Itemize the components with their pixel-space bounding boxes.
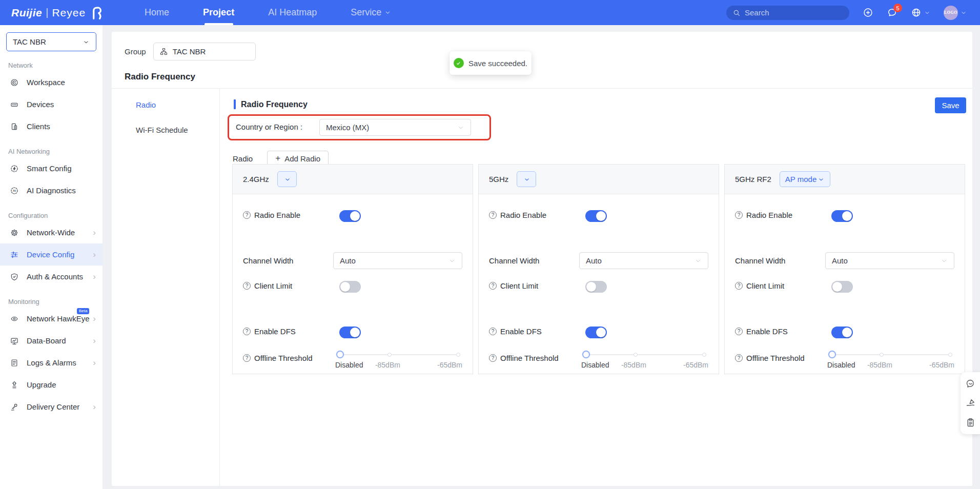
help-icon[interactable]: ? xyxy=(243,211,251,219)
nav-item-home[interactable]: Home xyxy=(145,0,169,25)
help-icon[interactable]: ? xyxy=(243,282,251,290)
sidebar-item-device-config[interactable]: Device Config › xyxy=(0,243,103,266)
radio-enable-toggle[interactable] xyxy=(339,210,361,222)
help-icon[interactable]: ? xyxy=(735,211,743,219)
group-label: Group xyxy=(125,47,146,56)
ap-mode-button[interactable] xyxy=(517,171,536,187)
enable-dfs-toggle[interactable] xyxy=(585,327,607,338)
sidebar-item-network-wide[interactable]: Network-Wide › xyxy=(0,221,103,243)
chevron-right-icon: › xyxy=(93,228,96,237)
chevron-down-icon xyxy=(448,257,456,264)
notification-badge: 5 xyxy=(893,4,902,12)
offline-threshold-slider[interactable] xyxy=(337,351,460,359)
feedback-pen-icon[interactable] xyxy=(965,398,976,409)
order-list-icon[interactable] xyxy=(965,417,976,428)
sidebar-item-logs-alarms[interactable]: Logs & Alarms › xyxy=(0,352,103,374)
sidebar-item-workspace[interactable]: Workspace xyxy=(0,71,103,93)
slider-marks: Disabled -85dBm -65dBm xyxy=(337,361,460,371)
country-highlight-box: Country or Region : Mexico (MX) xyxy=(228,114,491,140)
sidebar-item-smart-config[interactable]: Smart Config xyxy=(0,157,103,179)
sidebar-section: Upgrade Delivery Center › xyxy=(0,374,103,418)
sidebar-item-label: Data-Board xyxy=(27,336,66,345)
language-selector[interactable] xyxy=(911,7,930,18)
help-icon[interactable]: ? xyxy=(489,328,497,335)
slider-marks: Disabled -85dBm -65dBm xyxy=(829,361,952,371)
help-icon[interactable]: ? xyxy=(735,354,743,362)
enable-dfs-toggle[interactable] xyxy=(339,327,361,338)
section-accent-bar xyxy=(234,99,236,109)
enable-dfs-toggle[interactable] xyxy=(831,327,853,338)
radio-enable-toggle[interactable] xyxy=(831,210,853,222)
client-limit-toggle[interactable] xyxy=(831,281,853,293)
ap-mode-label: AP mode xyxy=(785,175,816,184)
avatar: LOGO xyxy=(944,6,958,20)
group-input[interactable]: TAC NBR xyxy=(153,43,256,60)
channel-width-select[interactable]: Auto xyxy=(579,252,708,269)
help-icon[interactable]: ? xyxy=(735,328,743,335)
sidebar-item-label: Upgrade xyxy=(27,380,56,389)
notifications-icon[interactable]: 5 xyxy=(887,7,897,18)
card-title: 2.4GHz xyxy=(243,175,269,184)
slider-marks: Disabled -85dBm -65dBm xyxy=(583,361,706,371)
help-icon[interactable]: ? xyxy=(735,282,743,290)
channel-width-select[interactable]: Auto xyxy=(333,252,462,269)
nav-item-service[interactable]: Service xyxy=(351,0,391,25)
sidebar-section: Network Workspace Devices Clients xyxy=(0,62,103,137)
client-limit-label: ?Client Limit xyxy=(489,281,538,290)
sidebar-section-label: Monitoring xyxy=(8,298,103,305)
sidebar-item-data-board[interactable]: Data-Board › xyxy=(0,330,103,352)
offline-threshold-slider[interactable] xyxy=(829,351,952,359)
help-icon[interactable]: ? xyxy=(243,328,251,335)
sidebar-item-network-hawkeye[interactable]: Network HawkEye ›Beta xyxy=(0,308,103,330)
radio-enable-toggle[interactable] xyxy=(585,210,607,222)
search-box[interactable] xyxy=(726,6,849,20)
help-icon[interactable]: ? xyxy=(243,354,251,362)
sidebar-section: Configuration Network-Wide › Device Conf… xyxy=(0,212,103,288)
svg-text:AI: AI xyxy=(13,189,16,192)
help-icon[interactable]: ? xyxy=(489,211,497,219)
channel-width-value: Auto xyxy=(340,256,356,265)
client-limit-toggle[interactable] xyxy=(585,281,607,293)
chat-smiley-icon[interactable] xyxy=(965,378,976,389)
add-project-icon[interactable] xyxy=(863,7,873,18)
card-header: 5GHz RF2 AP mode xyxy=(725,165,965,194)
offline-threshold-slider[interactable] xyxy=(583,351,706,359)
sidebar-menu: Network Workspace Devices Clients AI Net… xyxy=(0,62,103,418)
mark-65dbm: -65dBm xyxy=(437,361,462,369)
help-icon[interactable]: ? xyxy=(489,282,497,290)
account-menu[interactable]: LOGO xyxy=(944,6,967,20)
data-board-icon xyxy=(10,336,19,345)
success-check-icon xyxy=(454,58,464,68)
client-limit-toggle[interactable] xyxy=(339,281,361,293)
slider-handle[interactable] xyxy=(336,351,344,358)
nav-item-ai-heatmap[interactable]: AI Heatmap xyxy=(268,0,317,25)
beta-badge: Beta xyxy=(77,308,89,314)
sidebar-item-delivery-center[interactable]: Delivery Center › xyxy=(0,396,103,418)
chevron-down-icon xyxy=(284,176,291,183)
sidebar-item-upgrade[interactable]: Upgrade xyxy=(0,374,103,396)
nav-item-project[interactable]: Project xyxy=(203,0,234,25)
save-button[interactable]: Save xyxy=(935,97,966,113)
tab-wifi-schedule[interactable]: Wi-Fi Schedule xyxy=(112,109,219,134)
ap-mode-button[interactable] xyxy=(277,171,297,187)
sidebar-item-label: Device Config xyxy=(27,250,74,259)
group-selector-value: TAC NBR xyxy=(13,37,46,46)
ap-mode-button[interactable]: AP mode xyxy=(780,171,830,187)
radio-card-5ghz-rf2: 5GHz RF2 AP mode ?Radio Enable Channel W… xyxy=(724,164,965,374)
channel-width-label: Channel Width xyxy=(243,256,293,265)
slider-handle[interactable] xyxy=(828,351,836,358)
help-icon[interactable]: ? xyxy=(489,354,497,362)
radio-frequency-content: Radio Frequency Save Country or Region :… xyxy=(220,88,972,486)
group-row: Group TAC NBR xyxy=(125,43,256,60)
group-selector-dropdown[interactable]: TAC NBR xyxy=(6,32,96,51)
sidebar-item-auth-accounts[interactable]: Auth & Accounts › xyxy=(0,266,103,288)
country-select[interactable]: Mexico (MX) xyxy=(319,119,471,136)
slider-handle[interactable] xyxy=(582,351,590,358)
sidebar-item-ai-diagnostics[interactable]: AI AI Diagnostics xyxy=(0,179,103,201)
channel-width-select[interactable]: Auto xyxy=(825,252,954,269)
sidebar-item-devices[interactable]: Devices xyxy=(0,93,103,115)
tab-radio[interactable]: Radio xyxy=(112,88,219,109)
search-input[interactable] xyxy=(745,8,837,17)
country-value: Mexico (MX) xyxy=(326,123,369,132)
sidebar-item-clients[interactable]: Clients xyxy=(0,115,103,137)
